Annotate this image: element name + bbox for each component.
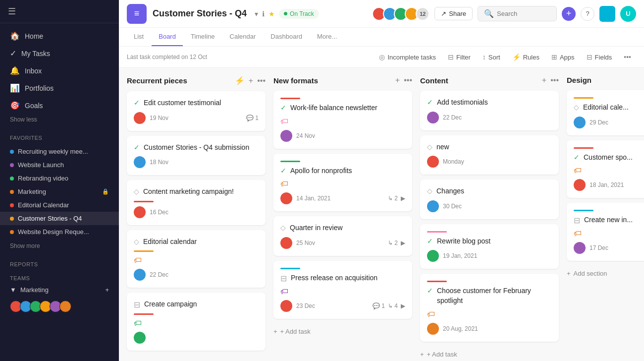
column-more-icon[interactable]: ••• (550, 76, 559, 85)
header-icon-group: ▾ ℹ ★ On Track (255, 9, 319, 19)
status-label: On Track (290, 10, 314, 17)
sidebar-item-home[interactable]: 🏠 Home (0, 27, 119, 45)
show-less-toggle[interactable]: Show less (0, 114, 119, 125)
sidebar-item-team-marketing[interactable]: ▼ Marketing + (0, 283, 119, 297)
apps-button[interactable]: ⊞ Apps (546, 51, 580, 63)
card[interactable]: ✓ Work-life balance newsletter 🏷 24 Nov (273, 91, 412, 149)
card[interactable]: ✓ Choose customer for February spotlight… (420, 274, 559, 341)
add-button[interactable]: + (562, 7, 576, 21)
tab-board[interactable]: Board (152, 28, 183, 46)
add-task-button[interactable]: + + Add task (420, 347, 559, 361)
task-type-icon: ⊟ (280, 274, 287, 283)
card-header: ⊟ Create campaign (134, 300, 259, 309)
card[interactable]: ◇ Editorial cale... 29 Dec (567, 90, 644, 135)
search-input[interactable] (497, 10, 546, 17)
tab-timeline[interactable]: Timeline (184, 28, 222, 46)
collapse-icon[interactable]: ☰ (8, 6, 16, 17)
card[interactable]: ◇ Quarter in review 25 Nov ↳ 2 ▶ (273, 216, 412, 256)
add-section-button[interactable]: + Add section (567, 266, 644, 281)
card-title: Editorial calendar (143, 237, 197, 247)
sidebar-item-website-launch[interactable]: Website Launch (0, 158, 119, 172)
subtask-icon: ↳ 2 (388, 195, 398, 202)
sidebar-item-customer-stories[interactable]: Customer Stories - Q4 (0, 212, 119, 225)
sidebar-item-rebranding[interactable]: Rebranding video (0, 172, 119, 185)
sidebar-item-inbox[interactable]: 🔔 Inbox (0, 62, 119, 79)
card[interactable]: ⊟ Create new in... 🏷 17 Dec (567, 203, 644, 261)
card-date: 29 Dec (590, 119, 608, 126)
card-title: new (436, 142, 449, 152)
sidebar-item-editorial[interactable]: Editorial Calendar (0, 198, 119, 212)
rules-button[interactable]: ⚡ Rules (507, 51, 544, 63)
lightning-icon: ⚡ (512, 53, 521, 61)
column-header-content: Content + ••• (420, 76, 559, 91)
card[interactable]: ✓ Add testimonials 22 Dec (420, 91, 559, 130)
priority-bar (574, 147, 593, 149)
more-options-button[interactable]: ••• (619, 51, 636, 63)
card[interactable]: ◇ new Monday (420, 135, 559, 175)
card-header: ✓ Work-life balance newsletter (280, 103, 405, 113)
card-footer: 19 Nov 💬 1 (134, 112, 259, 124)
column-title: New formats (273, 76, 391, 85)
check-icon: ✓ (280, 104, 286, 112)
sidebar-item-portfolios[interactable]: 📊 Portfolios (0, 79, 119, 97)
sidebar-item-website-design[interactable]: Website Design Reque... (0, 225, 119, 239)
reports-section: Reports (0, 255, 119, 269)
search-bar[interactable]: 🔍 (478, 6, 557, 21)
chevron-down-icon[interactable]: ▾ (255, 10, 258, 18)
card-footer: 30 Dec (427, 200, 552, 212)
ellipsis-icon: ••• (624, 53, 631, 61)
diamond-icon: ◇ (280, 224, 286, 232)
avatar (427, 250, 439, 262)
sidebar-item-my-tasks[interactable]: ✓ My Tasks (0, 45, 119, 62)
tab-dashboard[interactable]: Dashboard (264, 28, 309, 46)
tab-more[interactable]: More... (310, 28, 344, 46)
card[interactable]: ⊟ Press release on acquisition 🏷 23 Dec … (273, 261, 412, 319)
priority-bar (134, 313, 154, 315)
card-title: Edit customer testimonial (144, 98, 221, 108)
card[interactable]: ✓ Customer spo... 🏷 18 Jan, 2021 (567, 140, 644, 198)
view-toggle[interactable] (599, 6, 615, 22)
column-more-icon[interactable]: ••• (257, 76, 266, 85)
card[interactable]: ✓ Apollo for nonprofits 🏷 14 Jan, 2021 ↳… (273, 154, 412, 212)
filter-button[interactable]: ⊟ Filter (443, 51, 476, 63)
add-team-icon[interactable]: + (105, 286, 109, 294)
card-title: Editorial cale... (583, 103, 629, 113)
add-section-label: Add section (574, 270, 607, 277)
fields-button[interactable]: ⊟ Fields (582, 51, 617, 63)
card[interactable]: ⊟ Create campaign 🏷 (127, 293, 266, 351)
avatar (427, 323, 439, 335)
add-card-icon[interactable]: + (542, 76, 546, 85)
card-footer: 14 Jan, 2021 ↳ 2 ▶ (280, 192, 405, 204)
sidebar-item-marketing[interactable]: Marketing 🔒 (0, 185, 119, 198)
add-card-icon[interactable]: + (395, 76, 400, 85)
sidebar-item-recruiting[interactable]: Recruiting weekly mee... (0, 145, 119, 158)
incomplete-tasks-button[interactable]: ◎ Incomplete tasks (374, 51, 441, 63)
status-badge[interactable]: On Track (279, 9, 319, 19)
column-more-icon[interactable]: ••• (404, 76, 412, 85)
card[interactable]: ✓ Customer Stories - Q4 submission 18 No… (127, 136, 266, 176)
show-more-toggle[interactable]: Show more (0, 241, 119, 251)
share-button[interactable]: ↗ Share (434, 7, 473, 20)
card[interactable]: ◇ Changes 30 Dec (420, 180, 559, 219)
sort-button[interactable]: ↕ Sort (478, 51, 505, 63)
attachment-icon: ▶ (401, 240, 405, 246)
card[interactable]: ✓ Edit customer testimonial 19 Nov 💬 1 (127, 91, 266, 131)
sidebar-nav: 🏠 Home ✓ My Tasks 🔔 Inbox 📊 Portfolios 🎯… (0, 23, 119, 129)
check-icon: ✓ (134, 99, 140, 107)
user-avatar[interactable]: U (620, 6, 636, 22)
help-button[interactable]: ? (581, 7, 594, 21)
team-avatars (0, 297, 119, 316)
info-icon[interactable]: ℹ (262, 10, 265, 18)
tab-calendar[interactable]: Calendar (223, 28, 263, 46)
tab-list[interactable]: List (127, 28, 151, 46)
lightning-icon: ⚡ (235, 76, 245, 85)
card[interactable]: ◇ Editorial calendar 🏷 22 Dec (127, 230, 266, 288)
card-date: 16 Dec (150, 209, 168, 216)
add-task-button[interactable]: + + Add task (127, 356, 266, 361)
add-card-icon[interactable]: + (249, 76, 253, 85)
add-task-button[interactable]: + + Add task (273, 324, 412, 339)
card[interactable]: ✓ Rewrite blog post 19 Jan, 2021 (420, 224, 559, 269)
star-icon[interactable]: ★ (268, 10, 275, 18)
card[interactable]: ◇ Content marketing campaign! 16 Dec (127, 180, 266, 225)
sidebar-item-goals[interactable]: 🎯 Goals (0, 97, 119, 114)
